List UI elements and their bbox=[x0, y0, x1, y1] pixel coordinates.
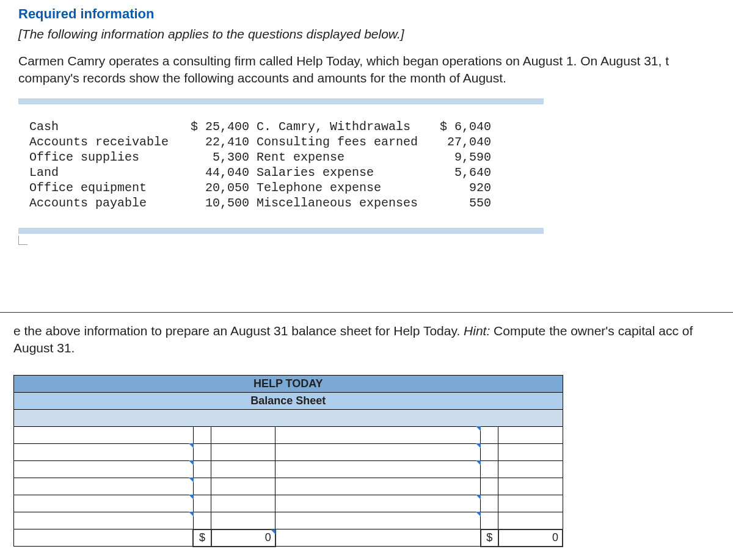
bs-right-label-6[interactable] bbox=[275, 512, 481, 529]
bs-right-label-1[interactable] bbox=[275, 427, 481, 444]
bs-right-cur-1 bbox=[481, 427, 498, 444]
bs-left-cur-6 bbox=[193, 512, 211, 529]
bs-right-val-1 bbox=[498, 427, 563, 444]
bs-left-cur-3 bbox=[193, 461, 211, 478]
bs-left-val-4 bbox=[211, 478, 275, 495]
accounts-listing: Cash $ 25,400 C. Camry, Withdrawals $ 6,… bbox=[18, 117, 544, 216]
bs-right-val-3 bbox=[498, 461, 563, 478]
context-note: [The following information applies to th… bbox=[18, 27, 721, 42]
problem-text: Carmen Camry operates a consulting firm … bbox=[18, 53, 721, 87]
balance-sheet-table: HELP TODAY Balance Sheet bbox=[13, 375, 563, 547]
bs-date-row[interactable] bbox=[14, 410, 563, 427]
bs-left-val-3 bbox=[211, 461, 275, 478]
bs-right-val-5 bbox=[498, 495, 563, 512]
bs-right-cur-3 bbox=[481, 461, 498, 478]
bs-right-label-5[interactable] bbox=[275, 495, 481, 512]
required-info-heading: Required information bbox=[18, 6, 721, 22]
bs-right-val-6 bbox=[498, 512, 563, 529]
bs-right-val-4 bbox=[498, 478, 563, 495]
bs-right-total-cur: $ bbox=[481, 529, 498, 547]
bs-right-label-4[interactable] bbox=[275, 478, 481, 495]
bs-left-cur-2 bbox=[193, 444, 211, 461]
bs-left-val-6 bbox=[211, 512, 275, 529]
bs-left-total-label[interactable] bbox=[14, 529, 194, 547]
bs-left-val-2 bbox=[211, 444, 275, 461]
instruction-text: e the above information to prepare an Au… bbox=[13, 322, 721, 357]
bs-left-cur-5 bbox=[193, 495, 211, 512]
bs-right-cur-4 bbox=[481, 478, 498, 495]
divider bbox=[0, 312, 733, 313]
bs-left-val-5 bbox=[211, 495, 275, 512]
bs-right-cur-2 bbox=[481, 444, 498, 461]
bs-left-label-1[interactable] bbox=[14, 427, 194, 444]
bs-right-cur-5 bbox=[481, 495, 498, 512]
bs-left-total-val: 0 bbox=[211, 529, 275, 547]
accounts-table: Cash $ 25,400 C. Camry, Withdrawals $ 6,… bbox=[18, 98, 544, 234]
bs-left-label-5[interactable] bbox=[14, 495, 194, 512]
bs-left-label-2[interactable] bbox=[14, 444, 194, 461]
bs-right-cur-6 bbox=[481, 512, 498, 529]
bs-left-total-cur: $ bbox=[193, 529, 211, 547]
bs-left-label-4[interactable] bbox=[14, 478, 194, 495]
bs-right-label-2[interactable] bbox=[275, 444, 481, 461]
bs-right-label-3[interactable] bbox=[275, 461, 481, 478]
bs-right-total-label[interactable] bbox=[275, 529, 481, 547]
bs-left-label-3[interactable] bbox=[14, 461, 194, 478]
bs-left-val-1 bbox=[211, 427, 275, 444]
bs-left-cur-4 bbox=[193, 478, 211, 495]
bs-company-header: HELP TODAY bbox=[14, 376, 563, 393]
bs-right-total-val: 0 bbox=[498, 529, 563, 547]
bs-title-header: Balance Sheet bbox=[14, 393, 563, 410]
bs-right-val-2 bbox=[498, 444, 563, 461]
bs-left-label-6[interactable] bbox=[14, 512, 194, 529]
scrollbar-corner bbox=[18, 236, 544, 245]
bs-left-cur-1 bbox=[193, 427, 211, 444]
